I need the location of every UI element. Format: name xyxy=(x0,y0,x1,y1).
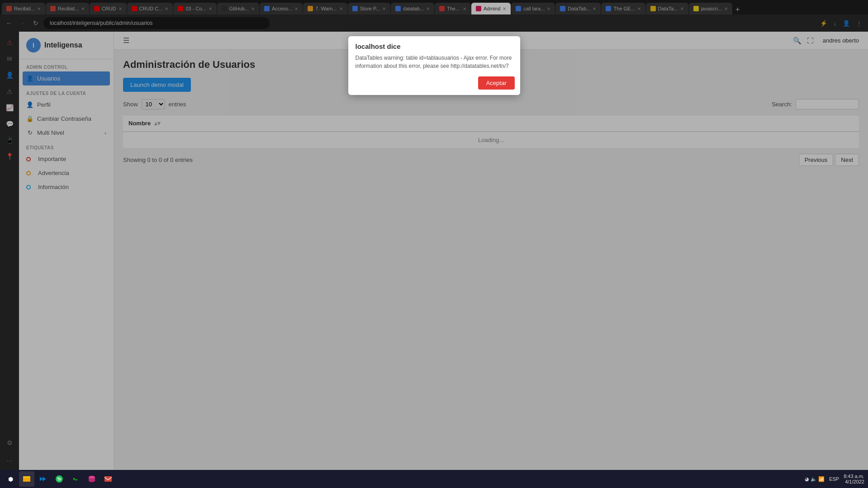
svg-point-7 xyxy=(89,479,95,482)
dialog-accept-button[interactable]: Aceptar xyxy=(478,76,515,90)
dialog-box: localhost dice DataTables warning: table… xyxy=(348,36,520,95)
svg-rect-8 xyxy=(104,476,112,482)
taskbar-vscode[interactable] xyxy=(35,471,51,487)
taskbar-spotify[interactable] xyxy=(52,471,67,487)
dialog-title: localhost dice xyxy=(348,36,520,50)
systray-icons: ◕ 🔈 📶 xyxy=(805,476,825,482)
dialog-overlay: localhost dice DataTables warning: table… xyxy=(0,0,868,488)
svg-rect-3 xyxy=(72,476,79,482)
taskbar: ⬢ ◕ 🔈 📶 ESP 8:43 a.m. 4/1/2022 xyxy=(0,470,868,488)
taskbar-systray: ◕ 🔈 📶 ESP 8:43 a.m. 4/1/2022 xyxy=(805,474,864,484)
taskbar-terminal[interactable] xyxy=(68,471,83,487)
dialog-actions: Aceptar xyxy=(348,76,520,95)
taskbar-file-explorer[interactable] xyxy=(19,471,34,487)
taskbar-mail[interactable] xyxy=(100,471,116,487)
dialog-message: DataTables warning: table id=tablausuari… xyxy=(348,50,520,76)
start-button[interactable]: ⬢ xyxy=(4,472,17,486)
svg-rect-1 xyxy=(23,478,30,482)
taskbar-apps xyxy=(19,471,116,487)
taskbar-db[interactable] xyxy=(84,471,100,487)
taskbar-clock: 8:43 a.m. 4/1/2022 xyxy=(844,474,864,484)
taskbar-lang: ESP xyxy=(829,476,839,482)
